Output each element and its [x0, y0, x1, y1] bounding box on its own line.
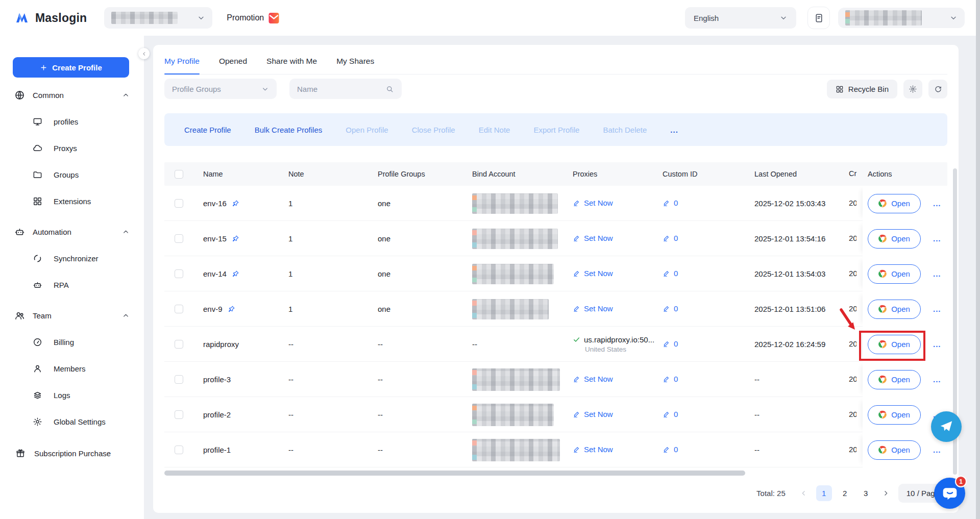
row-checkbox[interactable]	[175, 446, 183, 454]
set-proxy-link[interactable]: Set Now	[573, 445, 613, 454]
custom-id-edit[interactable]: 0	[663, 445, 678, 454]
page-1-button[interactable]: 1	[816, 485, 832, 501]
recycle-bin-button[interactable]: Recycle Bin	[827, 80, 897, 98]
row-checkbox[interactable]	[175, 410, 183, 419]
open-profile-button[interactable]: Open	[868, 194, 921, 213]
set-proxy-link[interactable]: Set Now	[573, 304, 613, 313]
sidebar-item-proxys[interactable]: Proxys	[0, 135, 144, 161]
custom-id-edit[interactable]: 0	[663, 304, 678, 313]
sidebar-group-team[interactable]: Team	[0, 302, 144, 329]
row-more-button[interactable]: ...	[933, 199, 941, 208]
row-more-button[interactable]: ...	[933, 446, 941, 454]
sidebar-item-subscription-purchase[interactable]: Subscription Purchase	[0, 440, 144, 466]
row-checkbox[interactable]	[175, 199, 183, 208]
last-opened-cell: 2025-12-01 13:54:03	[754, 269, 849, 278]
sidebar-group-common[interactable]: Common	[0, 82, 144, 108]
pencil-icon	[663, 446, 670, 453]
sidebar-item-global-settings[interactable]: Global Settings	[0, 408, 144, 435]
set-proxy-link[interactable]: Set Now	[573, 269, 613, 278]
tab-my-shares[interactable]: My Shares	[336, 48, 374, 74]
tab-share-with-me[interactable]: Share with Me	[266, 48, 317, 74]
sidebar-item-members[interactable]: Members	[0, 355, 144, 382]
promotion-link[interactable]: Promotion	[227, 12, 279, 24]
pin-icon[interactable]	[231, 270, 239, 278]
col-created-truncated: Cr	[849, 169, 857, 178]
row-checkbox[interactable]	[175, 340, 183, 349]
sidebar-item-profiles[interactable]: profiles	[0, 108, 144, 135]
open-profile-button[interactable]: Open	[868, 229, 921, 249]
action-bulk-create-profiles[interactable]: Bulk Create Profiles	[255, 126, 323, 134]
page-3-button[interactable]: 3	[858, 485, 874, 501]
pin-icon[interactable]	[231, 235, 239, 243]
custom-id-edit[interactable]: 0	[663, 199, 678, 207]
action-export-profile: Export Profile	[533, 126, 579, 134]
sidebar-item-logs[interactable]: Logs	[0, 382, 144, 408]
sidebar-item-synchronizer[interactable]: Synchronizer	[0, 245, 144, 271]
account-menu[interactable]	[838, 8, 965, 28]
row-checkbox[interactable]	[175, 234, 183, 243]
table-horizontal-scrollbar[interactable]	[164, 471, 745, 476]
open-profile-button[interactable]: Open	[868, 264, 921, 284]
pin-icon[interactable]	[227, 305, 235, 313]
docs-button[interactable]	[807, 7, 830, 29]
sidebar-group-automation[interactable]: Automation	[0, 218, 144, 245]
custom-id-edit[interactable]: 0	[663, 410, 678, 418]
set-proxy-link[interactable]: Set Now	[573, 375, 613, 383]
bind-account-redacted	[472, 264, 554, 284]
language-selector[interactable]: English	[685, 7, 796, 29]
person-icon	[33, 364, 42, 374]
chrome-icon	[878, 410, 887, 419]
set-proxy-link[interactable]: Set Now	[573, 410, 613, 418]
row-checkbox[interactable]	[175, 375, 183, 384]
search-icon[interactable]	[385, 85, 394, 93]
window-scrollbar[interactable]	[976, 0, 980, 519]
profile-name: env-16	[203, 199, 227, 208]
pencil-icon	[663, 410, 670, 418]
sidebar-collapse-button[interactable]	[138, 48, 150, 59]
set-proxy-link[interactable]: Set Now	[573, 199, 613, 207]
profile-groups-select[interactable]: Profile Groups	[164, 79, 277, 99]
note-cell: --	[288, 410, 378, 419]
row-more-button[interactable]: ...	[933, 269, 941, 278]
chat-widget-button[interactable]: 1	[934, 478, 965, 509]
workspace-selector[interactable]	[104, 7, 212, 29]
row-more-button[interactable]: ...	[933, 234, 941, 243]
row-more-button[interactable]: ...	[933, 375, 941, 384]
chevron-down-icon	[197, 14, 205, 22]
custom-id-edit[interactable]: 0	[663, 269, 678, 278]
pin-icon[interactable]	[231, 200, 239, 208]
row-more-button[interactable]: ...	[933, 340, 941, 349]
telegram-button[interactable]	[931, 411, 962, 442]
action-create-profile[interactable]: Create Profile	[184, 126, 231, 134]
column-settings-button[interactable]	[903, 80, 922, 98]
select-all-checkbox[interactable]	[175, 170, 183, 179]
open-profile-button[interactable]: Open	[868, 405, 921, 425]
tab-my-profile[interactable]: My Profile	[164, 48, 200, 74]
sidebar-item-groups[interactable]: Groups	[0, 161, 144, 188]
set-proxy-link[interactable]: Set Now	[573, 234, 613, 242]
name-search-input[interactable]	[297, 85, 379, 93]
page-2-button[interactable]: 2	[837, 485, 853, 501]
refresh-button[interactable]	[928, 80, 947, 98]
tab-opened[interactable]: Opened	[219, 48, 247, 74]
cloud-icon	[33, 143, 42, 153]
open-profile-button[interactable]: Open	[868, 440, 921, 460]
custom-id-edit[interactable]: 0	[663, 234, 678, 242]
row-more-button[interactable]: ...	[933, 305, 941, 313]
action-more-button[interactable]: ...	[670, 126, 678, 134]
custom-id-edit[interactable]: 0	[663, 339, 678, 348]
open-profile-button[interactable]: Open	[868, 300, 921, 319]
actions-cell: Open ...	[863, 221, 947, 256]
topbar: Maslogin Promotion English	[0, 0, 980, 36]
sidebar-item-billing[interactable]: Billing	[0, 329, 144, 355]
next-page-button[interactable]	[879, 486, 893, 500]
sidebar-item-rpa[interactable]: RPA	[0, 271, 144, 298]
sidebar-item-extensions[interactable]: Extensions	[0, 188, 144, 214]
row-checkbox[interactable]	[175, 269, 183, 278]
custom-id-edit[interactable]: 0	[663, 375, 678, 383]
prev-page-button[interactable]	[797, 486, 811, 500]
create-profile-button[interactable]: Create Profile	[13, 57, 129, 78]
open-profile-button[interactable]: Open	[868, 370, 921, 389]
pencil-icon	[663, 375, 670, 383]
row-checkbox[interactable]	[175, 305, 183, 313]
